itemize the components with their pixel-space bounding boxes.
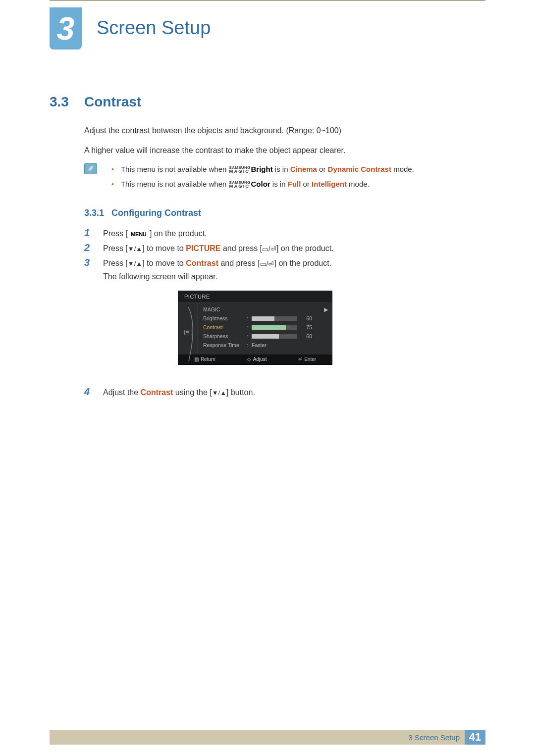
osd-row-contrast: Contrast : 75 xyxy=(203,323,328,332)
step-3-target: Contrast xyxy=(186,259,218,267)
step-number: 4 xyxy=(84,386,94,398)
osd-contrast-bar xyxy=(252,325,297,330)
osd-contrast-label: Contrast xyxy=(203,324,247,330)
osd-enter-label: Enter xyxy=(304,356,316,362)
osd-row-magic: MAGIC ▶ xyxy=(203,305,328,314)
section-title: Contrast xyxy=(84,94,141,110)
note-2-feature: Color xyxy=(251,180,270,188)
note-2-mode-b: Intelligent xyxy=(312,180,347,188)
subsection-heading: 3.3.1 Configuring Contrast xyxy=(84,208,201,218)
osd-brightness-label: Brightness xyxy=(203,315,247,321)
osd-sharpness-bar xyxy=(252,334,297,339)
header-rule xyxy=(50,0,485,1)
step-4-text: Adjust the Contrast using the [▼/▲] butt… xyxy=(103,388,255,397)
osd-colon: : xyxy=(247,324,252,330)
osd-sharpness-fill xyxy=(252,334,279,339)
osd-rows: MAGIC ▶ Brightness : 50 Contrast : 75 Sh… xyxy=(198,302,332,354)
step-1-a: Press [ xyxy=(103,229,130,238)
note-1-mid: is in xyxy=(273,165,290,173)
osd-response-value: Faster xyxy=(252,342,267,348)
osd-row-brightness: Brightness : 50 xyxy=(203,314,328,323)
osd-colon: : xyxy=(247,342,252,348)
note-2-pre: This menu is not available when xyxy=(121,180,229,188)
chapter-number-badge: 3 xyxy=(50,7,82,50)
osd-sharpness-value: 60 xyxy=(300,333,312,339)
updown-arrows-icon: ▼/▲ xyxy=(212,389,226,397)
note-bullet-2: • This menu is not available when SAMSUN… xyxy=(111,180,370,189)
chevron-right-icon: ▶ xyxy=(324,306,328,312)
step-number: 2 xyxy=(84,242,94,253)
page-footer: 3 Screen Setup 41 xyxy=(50,730,485,745)
note-1-or: or xyxy=(317,165,328,173)
note-1-mode-a: Cinema xyxy=(290,165,317,173)
step-number: 1 xyxy=(84,227,94,239)
step-3-c: and press [ xyxy=(218,259,260,267)
enter-button-icon: ▭/⏎ xyxy=(262,245,276,253)
note-2-mode-a: Full xyxy=(288,180,301,188)
osd-screenshot: PICTURE MAGIC ▶ Brightness : 50 Contrast… xyxy=(178,291,332,364)
updown-arrows-icon: ▼/▲ xyxy=(128,260,142,267)
intro-line-2: A higher value will increase the contras… xyxy=(84,145,345,156)
updown-arrows-icon: ▼/▲ xyxy=(128,245,142,252)
step-2-target: PICTURE xyxy=(186,244,220,252)
step-1-text: Press [ MENU ] on the product. xyxy=(103,229,207,238)
step-2-d: ] on the product. xyxy=(276,244,334,252)
note-2-mid: is in xyxy=(270,180,288,188)
step-3-a: Press [ xyxy=(103,259,128,267)
step-4-target: Contrast xyxy=(141,388,173,397)
menu-button-icon: MENU xyxy=(130,231,147,238)
note-1-text: This menu is not available when SAMSUNGM… xyxy=(121,165,414,174)
osd-sharpness-label: Sharpness xyxy=(203,333,247,339)
step-4-b: using the [ xyxy=(173,388,212,397)
osd-title: PICTURE xyxy=(178,291,332,302)
step-2: 2 Press [▼/▲] to move to PICTURE and pre… xyxy=(84,242,334,253)
note-2-or: or xyxy=(301,180,312,188)
note-1-feature: Bright xyxy=(251,165,273,173)
step-4: 4 Adjust the Contrast using the [▼/▲] bu… xyxy=(84,386,255,398)
samsung-magic-brand: SAMSUNGMAGIC xyxy=(229,181,251,189)
step-2-c: and press [ xyxy=(220,244,262,252)
note-1-post: mode. xyxy=(391,165,414,173)
note-bullet-1: • This menu is not available when SAMSUN… xyxy=(111,165,414,174)
step-1-b: ] on the product. xyxy=(147,229,207,238)
osd-left-rail xyxy=(178,302,198,354)
picture-icon xyxy=(184,330,192,335)
subsection-number: 3.3.1 xyxy=(84,208,104,218)
bullet-dot-icon: • xyxy=(111,165,114,173)
note-1-pre: This menu is not available when xyxy=(121,165,229,173)
bullet-dot-icon: • xyxy=(111,180,114,188)
osd-adjust-label: Adjust xyxy=(253,356,267,362)
osd-enter: ⏎Enter xyxy=(298,356,316,362)
intro-line-1: Adjust the contrast between the objects … xyxy=(84,125,341,137)
step-3-b: ] to move to xyxy=(142,259,186,267)
note-icon xyxy=(84,163,97,174)
adjust-icon: ◇ xyxy=(247,356,251,362)
osd-return-label: Return xyxy=(201,356,215,362)
step-2-b: ] to move to xyxy=(142,244,186,252)
osd-row-sharpness: Sharpness : 60 xyxy=(203,332,328,341)
osd-brightness-bar xyxy=(252,316,297,321)
step-4-a: Adjust the xyxy=(103,388,141,397)
osd-body: MAGIC ▶ Brightness : 50 Contrast : 75 Sh… xyxy=(178,302,332,354)
note-1-mode-b: Dynamic Contrast xyxy=(328,165,391,173)
brand-bottom: MAGIC xyxy=(229,169,251,174)
step-3-followup: The following screen will appear. xyxy=(103,272,217,281)
note-2-text: This menu is not available when SAMSUNGM… xyxy=(121,180,370,189)
brand-bottom: MAGIC xyxy=(229,184,251,189)
step-4-c: ] button. xyxy=(226,388,255,397)
section-number: 3.3 xyxy=(50,94,69,110)
osd-brightness-fill xyxy=(252,316,274,321)
step-2-a: Press [ xyxy=(103,244,128,252)
step-number: 3 xyxy=(84,257,94,268)
subsection-title: Configuring Contrast xyxy=(111,208,201,218)
footer-breadcrumb: 3 Screen Setup xyxy=(409,733,460,742)
osd-brightness-value: 50 xyxy=(300,315,312,321)
step-3-d: ] on the product. xyxy=(274,259,331,267)
osd-magic-label: MAGIC xyxy=(203,306,247,312)
chapter-title: Screen Setup xyxy=(97,17,211,39)
note-2-post: mode. xyxy=(347,180,370,188)
page-number: 41 xyxy=(465,730,485,745)
step-2-text: Press [▼/▲] to move to PICTURE and press… xyxy=(103,244,334,253)
step-1: 1 Press [ MENU ] on the product. xyxy=(84,227,207,239)
osd-colon: : xyxy=(247,333,252,339)
